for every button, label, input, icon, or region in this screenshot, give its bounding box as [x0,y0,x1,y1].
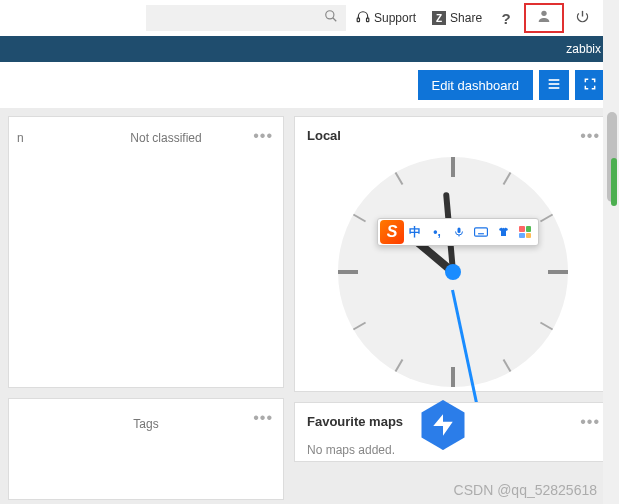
svg-point-0 [326,11,334,19]
widget-local-clock: Local ••• [294,116,611,392]
vertical-scrollbar[interactable] [603,0,619,504]
menu-button[interactable] [539,70,569,100]
svg-line-1 [333,18,337,22]
action-row: Edit dashboard [0,62,619,108]
ime-lang-button[interactable]: 中 [404,221,426,243]
left-column: ••• n Not classified ••• Tags [8,116,284,500]
fullscreen-button[interactable] [575,70,605,100]
svg-point-4 [541,11,546,16]
analog-clock [338,157,568,387]
widget-title: Local [295,117,610,153]
support-label: Support [374,11,416,25]
clock-face [338,157,568,387]
share-link[interactable]: Z Share [426,11,488,25]
sogou-logo-icon: S [380,220,404,244]
svg-rect-9 [475,228,488,236]
thunder-overlay-icon[interactable] [418,400,468,450]
expand-icon [583,77,597,94]
table-header: n Not classified [17,125,275,151]
ime-toolbar[interactable]: S 中 •, [377,218,539,246]
widget-menu-button[interactable]: ••• [580,127,600,145]
svg-rect-2 [357,18,359,22]
clock-wrap [295,153,610,387]
ime-punct-button[interactable]: •, [426,221,448,243]
share-label: Share [450,11,482,25]
brand-bar: zabbix [0,36,619,62]
widget-classification: ••• n Not classified [8,116,284,388]
help-button[interactable]: ? [492,4,520,32]
ime-mic-icon[interactable] [448,221,470,243]
widget-menu-button[interactable]: ••• [253,127,273,145]
ime-grid-icon[interactable] [514,221,536,243]
search-input[interactable] [146,5,346,31]
brand-label: zabbix [566,42,601,56]
widget-menu-button[interactable]: ••• [253,409,273,427]
headset-icon [356,10,370,27]
col-n: n [17,131,57,145]
svg-rect-3 [367,18,369,22]
user-icon [536,8,552,28]
scroll-indicator [611,158,617,206]
share-badge-icon: Z [432,11,446,25]
top-bar: Support Z Share ? [0,0,619,36]
user-menu-button[interactable] [530,4,558,32]
ime-skin-icon[interactable] [492,221,514,243]
col-tags: Tags [9,399,283,439]
widget-tags: ••• Tags [8,398,284,500]
question-icon: ? [501,10,510,27]
hamburger-icon [546,76,562,95]
support-link[interactable]: Support [350,10,422,27]
second-hand [451,290,478,406]
widget-menu-button[interactable]: ••• [580,413,600,431]
dashboard-content: ••• n Not classified ••• Tags Local ••• [0,108,619,504]
search-icon[interactable] [324,9,338,27]
ime-keyboard-icon[interactable] [470,221,492,243]
search-wrap [8,5,346,31]
user-menu-highlight [524,3,564,33]
power-icon [575,9,590,28]
edit-dashboard-button[interactable]: Edit dashboard [418,70,533,100]
svg-rect-8 [458,228,461,234]
col-not-classified: Not classified [57,131,275,145]
logout-button[interactable] [568,4,596,32]
widget-body: n Not classified [9,117,283,159]
clock-center [445,264,461,280]
watermark-text: CSDN @qq_52825618 [454,482,597,498]
